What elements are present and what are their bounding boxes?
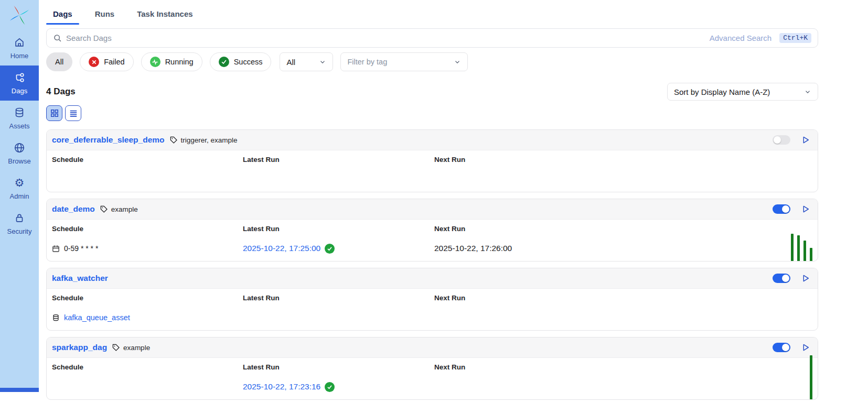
- latest-run-link[interactable]: 2025-10-22, 17:23:16: [243, 382, 320, 391]
- dag-tags-label: triggerer, example: [181, 136, 238, 144]
- schedule-column: Schedule: [52, 363, 243, 395]
- next-run-column: Next Run: [434, 294, 818, 326]
- dag-pause-toggle[interactable]: [773, 274, 790, 283]
- tab-dags[interactable]: Dags: [46, 5, 79, 25]
- dag-card-header: kafka_watcher: [47, 268, 818, 289]
- search-bar: Advanced Search Ctrl+K: [46, 28, 818, 48]
- run-duration-bar[interactable]: [797, 235, 800, 261]
- sidebar-item-security[interactable]: Security: [0, 206, 39, 241]
- table-view-button[interactable]: [65, 105, 81, 121]
- sidebar-bottom-strip: [0, 388, 39, 392]
- dag-name-link[interactable]: date_demo: [52, 204, 95, 214]
- filter-chip-running[interactable]: Running: [141, 52, 202, 71]
- lock-icon: [14, 212, 25, 224]
- filter-chip-success[interactable]: Success: [210, 52, 272, 71]
- sidebar-item-admin[interactable]: ⚙ Admin: [0, 171, 39, 206]
- tag-filter-select[interactable]: Filter by tag: [340, 52, 468, 71]
- filter-chip-all[interactable]: All: [46, 52, 72, 71]
- app-window: Home Dags Assets Browse ⚙ Admi: [0, 0, 868, 392]
- next-run-column-label: Next Run: [434, 156, 818, 164]
- run-duration-bar[interactable]: [810, 248, 812, 261]
- play-icon: [801, 135, 810, 145]
- sidebar-item-home[interactable]: Home: [0, 30, 39, 66]
- schedule-value[interactable]: kafka_queue_asset: [64, 313, 130, 322]
- schedule-column-label: Schedule: [52, 363, 243, 371]
- filter-chip-label: Failed: [104, 58, 125, 66]
- success-check-icon: [219, 57, 229, 67]
- sidebar-item-assets[interactable]: Assets: [0, 101, 39, 136]
- dag-pause-toggle[interactable]: [773, 343, 790, 352]
- trigger-dag-button[interactable]: [801, 343, 810, 352]
- sidebar-item-label: Assets: [9, 122, 29, 130]
- latest-run-column-label: Latest Run: [243, 156, 434, 164]
- schedule-column: Schedule kafka_queue_asset: [52, 294, 243, 326]
- latest-run-column: Latest Run: [243, 294, 434, 326]
- schedule-column-label: Schedule: [52, 225, 243, 233]
- schedule-column: Schedule: [52, 156, 243, 188]
- dag-tags-label: example: [111, 205, 138, 213]
- dag-tags-label: example: [123, 344, 150, 352]
- dag-name-link[interactable]: core_deferrable_sleep_demo: [52, 135, 165, 145]
- trigger-dag-button[interactable]: [801, 204, 810, 214]
- globe-icon: [14, 142, 25, 154]
- sort-value: Sort by Display Name (A-Z): [674, 88, 770, 96]
- sidebar-item-dags[interactable]: Dags: [0, 66, 39, 101]
- paused-filter-value: All: [286, 58, 295, 67]
- run-duration-bar[interactable]: [803, 241, 806, 261]
- schedule-column: Schedule 0-59 * * * *: [52, 225, 243, 257]
- paused-filter-select[interactable]: All: [280, 52, 333, 71]
- sort-select[interactable]: Sort by Display Name (A-Z): [667, 83, 818, 101]
- latest-run-column-label: Latest Run: [243, 363, 434, 371]
- dag-card-body: Schedule kafka_queue_asset Latest Run: [47, 289, 818, 330]
- list-icon: [69, 109, 78, 117]
- search-input[interactable]: [66, 34, 710, 42]
- next-run-column: Next Run 2025-10-22, 17:26:00: [434, 225, 818, 257]
- trigger-dag-button[interactable]: [801, 274, 810, 283]
- recent-runs-bar-chart: [791, 234, 812, 261]
- dag-card: date_demo example Schedule: [46, 199, 818, 262]
- dag-card: core_deferrable_sleep_demo triggerer, ex…: [46, 129, 818, 192]
- sidebar-item-label: Home: [10, 52, 29, 60]
- dag-branch-icon: [14, 72, 25, 83]
- latest-run-column-label: Latest Run: [243, 294, 434, 302]
- run-duration-bar[interactable]: [791, 234, 794, 261]
- sidebar-item-label: Browse: [8, 157, 30, 165]
- play-icon: [801, 274, 810, 283]
- hotkey-badge: Ctrl+K: [779, 33, 811, 43]
- sidebar-item-browse[interactable]: Browse: [0, 136, 39, 171]
- latest-run-link[interactable]: 2025-10-22, 17:25:00: [243, 244, 320, 253]
- tag-icon: [100, 205, 108, 213]
- chevron-down-icon: [319, 58, 326, 66]
- latest-run-column-label: Latest Run: [243, 225, 434, 233]
- advanced-search-link[interactable]: Advanced Search: [710, 34, 771, 42]
- run-success-badge-icon: [325, 244, 335, 254]
- running-pulse-icon: [150, 57, 160, 67]
- top-tabs: Dags Runs Task Instances: [46, 5, 818, 25]
- dag-name-link[interactable]: kafka_watcher: [52, 274, 108, 283]
- schedule-column-label: Schedule: [52, 294, 243, 302]
- tab-runs[interactable]: Runs: [88, 5, 122, 25]
- trigger-dag-button[interactable]: [801, 135, 810, 145]
- latest-run-wrap: 2025-10-22, 17:25:00: [243, 240, 434, 257]
- dag-card-body: Schedule 0-59 * * * * Latest Run 20: [47, 220, 818, 261]
- sidebar-item-label: Dags: [12, 87, 27, 95]
- calendar-icon: [52, 245, 60, 253]
- filter-chip-failed[interactable]: Failed: [80, 52, 134, 71]
- airflow-logo-icon[interactable]: [8, 4, 30, 28]
- dag-pause-toggle[interactable]: [773, 135, 790, 145]
- play-icon: [801, 204, 810, 214]
- view-toggle-group: [46, 105, 818, 121]
- next-run-column: Next Run: [434, 156, 818, 188]
- card-view-button[interactable]: [46, 105, 62, 121]
- latest-run-wrap: 2025-10-22, 17:23:16: [243, 378, 434, 395]
- run-duration-bar[interactable]: [810, 355, 812, 399]
- dag-pause-toggle[interactable]: [773, 204, 790, 214]
- sidebar-item-label: Admin: [10, 192, 29, 200]
- grid-icon: [50, 109, 59, 117]
- dag-count: 4 Dags: [46, 86, 76, 97]
- tab-task-instances[interactable]: Task Instances: [130, 5, 199, 25]
- next-run-value: 2025-10-22, 17:26:00: [434, 244, 512, 253]
- next-run-column: Next Run: [434, 363, 818, 395]
- search-icon: [53, 34, 62, 42]
- dag-name-link[interactable]: sparkapp_dag: [52, 343, 107, 352]
